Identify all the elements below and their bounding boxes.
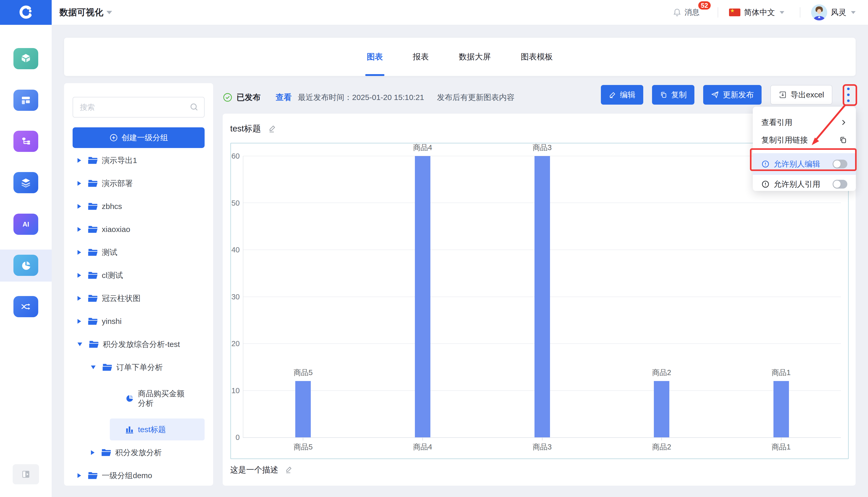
tab-图表模板[interactable]: 图表模板 <box>521 38 553 76</box>
rail-item-etl[interactable] <box>13 296 38 317</box>
caret-collapsed-icon[interactable] <box>77 273 81 278</box>
user-menu[interactable]: 风灵 <box>811 4 856 20</box>
caret-collapsed-icon[interactable] <box>77 181 81 186</box>
menu-item-allow-edit[interactable]: 允许别人编辑 <box>753 153 856 175</box>
bar-value-label: 商品5 <box>294 368 313 378</box>
messages-button[interactable]: 消息 52 <box>673 7 702 17</box>
caret-expanded-icon[interactable] <box>77 342 82 346</box>
more-dots-icon <box>847 88 850 90</box>
y-axis-tick-label: 0 <box>236 433 240 442</box>
caret-expanded-icon[interactable] <box>91 366 96 369</box>
divider <box>800 7 800 17</box>
bar-商品5[interactable] <box>295 381 311 437</box>
tab-label: 报表 <box>413 52 429 62</box>
edit-description-icon[interactable] <box>284 466 293 474</box>
tree-item-zbhcs[interactable]: zbhcs <box>64 195 213 218</box>
bar-chart-plot: 0102030405060商品5商品5商品4商品4商品3商品3商品2商品2商品1… <box>243 156 841 438</box>
tree-item-演示导出1[interactable]: 演示导出1 <box>64 149 213 172</box>
caret-collapsed-icon[interactable] <box>77 204 81 209</box>
collapse-sidebar-button[interactable] <box>13 464 39 484</box>
tab-label: 图表模板 <box>521 52 553 62</box>
caret-collapsed-icon[interactable] <box>77 319 81 324</box>
tree-item-cl测试[interactable]: cl测试 <box>64 264 213 287</box>
caret-collapsed-icon[interactable] <box>77 158 81 163</box>
language-selector[interactable]: ★ 简体中文 <box>729 7 784 18</box>
caret-collapsed-icon[interactable] <box>77 296 81 301</box>
divider <box>718 7 718 17</box>
tree-item-一级分组demo[interactable]: 一级分组demo <box>64 464 213 486</box>
org-chart-icon <box>19 136 32 147</box>
caret-collapsed-icon[interactable] <box>77 250 81 255</box>
svg-text:AI: AI <box>23 221 29 228</box>
update-publish-button[interactable]: 更新发布 <box>703 85 762 104</box>
edit-button[interactable]: 编辑 <box>601 85 643 104</box>
y-axis-tick-label: 60 <box>231 152 240 160</box>
tree-item-yinshi[interactable]: yinshi <box>64 310 213 333</box>
rail-item-dataset[interactable] <box>13 48 38 69</box>
bar-value-label: 商品4 <box>413 143 432 153</box>
bar-value-label: 商品1 <box>772 368 791 378</box>
x-axis-tick-label: 商品3 <box>532 442 552 452</box>
edit-label: 编辑 <box>620 90 636 100</box>
update-hint: 发布后有更新图表内容 <box>437 92 515 103</box>
x-axis-tick-label: 商品5 <box>294 442 313 452</box>
tree-item-label: 一级分组demo <box>102 471 152 481</box>
caret-collapsed-icon[interactable] <box>91 450 95 455</box>
edit-title-icon[interactable] <box>268 124 277 133</box>
tree-item-冠云柱状图[interactable]: 冠云柱状图 <box>64 287 213 310</box>
bar-商品1[interactable] <box>773 381 789 437</box>
tab-报表[interactable]: 报表 <box>413 38 429 76</box>
create-group-button[interactable]: 创建一级分组 <box>73 127 204 148</box>
tree-item-商品购买金额分析[interactable]: 商品购买金额分析 <box>64 379 213 418</box>
tab-图表[interactable]: 图表 <box>367 38 383 76</box>
tab-数据大屏[interactable]: 数据大屏 <box>459 38 491 76</box>
menu-item-view-reference[interactable]: 查看引用 <box>753 114 856 131</box>
bar-value-label: 商品2 <box>652 368 671 378</box>
search-icon <box>189 102 199 112</box>
tree-item-label: test标题 <box>138 425 166 435</box>
more-actions-button[interactable] <box>841 85 856 105</box>
bar-商品2[interactable] <box>654 381 669 437</box>
tree-item-订单下单分析[interactable]: 订单下单分析 <box>64 356 213 379</box>
caret-collapsed-icon[interactable] <box>77 473 81 478</box>
app-logo[interactable] <box>0 0 52 25</box>
rail-item-dashboard[interactable] <box>13 90 38 111</box>
update-publish-label: 更新发布 <box>723 90 754 100</box>
bar-商品4[interactable] <box>415 156 430 437</box>
tree-item-积分发放分析[interactable]: 积分发放分析 <box>64 441 213 464</box>
publish-time: 最近发布时间：2025-01-20 15:10:21 <box>298 92 424 103</box>
search-input[interactable] <box>73 97 204 117</box>
export-excel-button[interactable]: 导出excel <box>770 85 833 104</box>
copy-button[interactable]: 复制 <box>652 85 694 104</box>
tree-item-演示部署[interactable]: 演示部署 <box>64 172 213 195</box>
logo-icon <box>18 5 33 20</box>
tree-item-xiaoxiao[interactable]: xiaoxiao <box>64 218 213 241</box>
folder-icon <box>102 363 113 372</box>
avatar <box>811 4 827 20</box>
allow-edit-toggle[interactable] <box>833 160 847 168</box>
y-axis-tick-label: 40 <box>231 246 240 254</box>
menu-item-allow-reference[interactable]: 允许别人引用 <box>753 175 856 194</box>
caret-collapsed-icon[interactable] <box>77 227 81 232</box>
user-caret-icon <box>851 11 856 14</box>
tree-item-积分发放综合分析-test[interactable]: 积分发放综合分析-test <box>64 333 213 356</box>
rail-item-charts[interactable] <box>13 255 38 276</box>
avatar-person-icon <box>811 4 827 20</box>
x-axis-tick <box>661 437 662 440</box>
folder-icon <box>88 317 98 326</box>
rail-item-flow[interactable] <box>13 131 38 152</box>
allow-reference-toggle[interactable] <box>833 180 847 188</box>
tree-item-测试[interactable]: 测试 <box>64 241 213 264</box>
menu-item-copy-reference-link[interactable]: 复制引用链接 <box>753 131 856 149</box>
tree-item-test标题[interactable]: test标题 <box>64 418 213 441</box>
rail-item-layers[interactable] <box>13 172 38 193</box>
tree-item-label: zbhcs <box>102 201 122 211</box>
folder-icon <box>88 271 98 280</box>
view-link[interactable]: 查看 <box>276 92 291 103</box>
bar-商品3[interactable] <box>535 156 550 437</box>
rail-item-ai[interactable]: AI <box>13 214 38 235</box>
tree-item-label: 订单下单分析 <box>116 363 163 372</box>
x-axis-tick <box>781 437 781 440</box>
more-actions-menu: 查看引用 复制引用链接 允许别人编辑 <box>753 107 856 191</box>
app-title-caret-icon[interactable] <box>106 11 112 14</box>
